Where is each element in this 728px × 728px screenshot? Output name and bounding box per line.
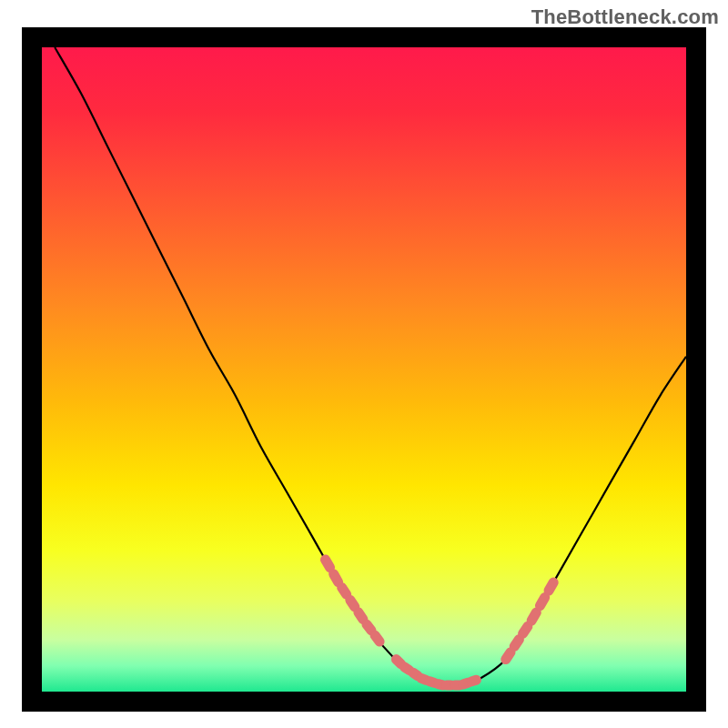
svg-line-5 — [359, 612, 363, 620]
svg-line-8 — [396, 660, 400, 664]
svg-line-1 — [326, 560, 330, 568]
svg-line-9 — [405, 667, 410, 670]
svg-line-3 — [342, 588, 347, 595]
chart-frame — [22, 27, 706, 712]
plot-area — [42, 47, 686, 692]
svg-line-23 — [549, 582, 553, 591]
svg-line-6 — [367, 624, 371, 631]
watermark-text: TheBottleneck.com — [531, 5, 719, 29]
svg-line-20 — [523, 627, 528, 634]
svg-line-22 — [541, 598, 545, 606]
svg-line-7 — [375, 635, 379, 642]
svg-line-19 — [514, 640, 519, 647]
dash-overlay — [42, 47, 686, 692]
svg-line-18 — [506, 652, 511, 660]
svg-line-17 — [471, 680, 476, 682]
svg-line-2 — [334, 574, 339, 582]
svg-line-21 — [531, 612, 536, 621]
svg-line-4 — [350, 600, 355, 607]
chart-stage: TheBottleneck.com — [0, 0, 728, 728]
svg-line-10 — [413, 672, 418, 675]
